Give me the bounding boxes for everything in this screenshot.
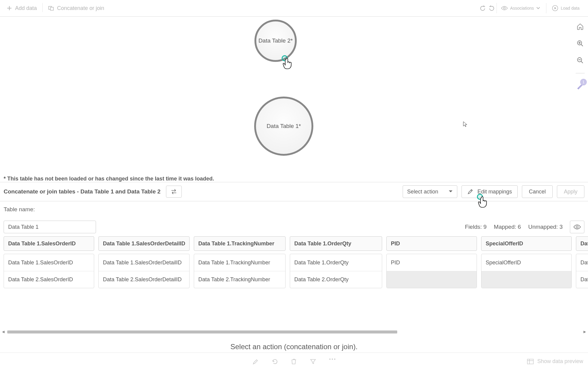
- apply-button[interactable]: Apply: [557, 185, 584, 198]
- redo-icon[interactable]: [488, 5, 495, 11]
- column-header[interactable]: PID: [386, 236, 477, 251]
- bubble-label: Data Table 2*: [258, 37, 293, 44]
- column-header[interactable]: Data Table 1.SalesOrderID: [4, 236, 94, 251]
- pencil-icon: [467, 189, 473, 195]
- canvas-footnote: * This table has not been loaded or has …: [4, 176, 214, 182]
- mapping-column: Data Table 1.SalesOrderIDData Table 1.Sa…: [4, 236, 94, 288]
- bottom-toolbar: Show data preview: [0, 352, 588, 370]
- mapping-column: Data TaData TaData Ta: [576, 236, 588, 288]
- instruction-text: Select an action (concatenation or join)…: [0, 343, 588, 351]
- mapping-row[interactable]: SpecialOfferID: [481, 254, 571, 271]
- load-data-label: Load data: [561, 6, 580, 11]
- column-header[interactable]: SpecialOfferID: [481, 236, 572, 251]
- association-canvas[interactable]: Data Table 2* Data Table 1* * This table…: [0, 17, 588, 167]
- action-bar: Concatenate or join tables - Data Table …: [0, 182, 588, 201]
- top-toolbar: Add data Concatenate or join Association…: [0, 0, 588, 17]
- scrollbar-thumb[interactable]: [7, 330, 397, 333]
- mapping-column: Data Table 1.OrderQtyData Table 1.OrderQ…: [290, 236, 382, 288]
- more-icon[interactable]: [329, 358, 336, 365]
- associations-label: Associations: [510, 6, 534, 11]
- column-header[interactable]: Data Table 1.OrderQty: [290, 236, 382, 251]
- toggle-fields-visibility-button[interactable]: [570, 221, 584, 233]
- field-stats: Fields: 9 Mapped: 6 Unmapped: 3: [465, 221, 584, 233]
- load-data-button[interactable]: Load data: [546, 3, 585, 13]
- play-circle-icon: [552, 5, 558, 11]
- concatenate-join-button[interactable]: Concatenate or join: [45, 3, 107, 13]
- zoom-out-icon[interactable]: [575, 55, 586, 66]
- column-header[interactable]: Data Ta: [576, 236, 588, 251]
- select-action-dropdown[interactable]: Select action: [403, 185, 457, 198]
- recommendations-icon[interactable]: 1: [575, 81, 586, 91]
- scroll-right-arrow-icon[interactable]: ►: [583, 329, 587, 334]
- table-name-input[interactable]: [4, 221, 96, 233]
- svg-point-9: [334, 359, 335, 360]
- mapping-row[interactable]: Data Table 1.TrackingNumber: [194, 254, 285, 271]
- cancel-button[interactable]: Cancel: [522, 185, 553, 198]
- column-body: SpecialOfferID: [481, 254, 572, 288]
- mapping-row[interactable]: Data Table 2.OrderQty: [290, 271, 382, 288]
- scroll-left-arrow-icon[interactable]: ◄: [1, 329, 5, 334]
- svg-point-2: [503, 7, 505, 9]
- eye-icon: [501, 5, 508, 11]
- home-icon[interactable]: [575, 21, 586, 32]
- action-title: Concatenate or join tables - Data Table …: [4, 188, 161, 195]
- column-body: Data TaData Ta: [576, 254, 588, 288]
- column-header[interactable]: Data Table 1.SalesOrderDetailID: [98, 236, 190, 251]
- mapping-column: Data Table 1.TrackingNumberData Table 1.…: [194, 236, 286, 288]
- column-header[interactable]: Data Table 1.TrackingNumber: [194, 236, 286, 251]
- tables-icon: [48, 5, 55, 11]
- table-name-row: Table name: Fields: 9 Mapped: 6 Unmapped…: [0, 201, 588, 233]
- edit-mappings-button[interactable]: Edit mappings: [462, 185, 518, 198]
- show-data-preview-label: Show data preview: [537, 358, 583, 365]
- mapping-row[interactable]: Data Ta: [576, 254, 588, 271]
- swap-tables-button[interactable]: [166, 186, 182, 198]
- plus-icon: [6, 5, 13, 11]
- table-name-label: Table name:: [4, 206, 35, 213]
- canvas-right-toolbar: 1: [575, 21, 586, 91]
- concatenate-join-label: Concatenate or join: [57, 5, 104, 11]
- mapping-grid: Data Table 1.SalesOrderIDData Table 1.Sa…: [0, 233, 588, 288]
- associations-button[interactable]: Associations: [497, 3, 544, 13]
- edit-icon[interactable]: [252, 358, 259, 365]
- show-data-preview-button[interactable]: Show data preview: [527, 358, 583, 365]
- trash-icon[interactable]: [291, 358, 297, 365]
- unmapped-count: Unmapped: 3: [528, 224, 563, 230]
- mapping-row[interactable]: Data Table 1.SalesOrderDetailID: [99, 254, 189, 271]
- mapping-row[interactable]: [387, 271, 477, 288]
- refresh-icon[interactable]: [272, 358, 278, 365]
- touch-cursor-indicator: [280, 55, 291, 65]
- mapping-row[interactable]: Data Table 1.OrderQty: [290, 254, 382, 271]
- mapping-row[interactable]: Data Table 2.SalesOrderID: [4, 271, 94, 288]
- mapping-column: SpecialOfferIDSpecialOfferID: [481, 236, 572, 288]
- mapping-column: Data Table 1.SalesOrderDetailIDData Tabl…: [98, 236, 190, 288]
- table-bubble-data-table-1[interactable]: Data Table 1*: [254, 97, 313, 156]
- mapping-column: PIDPID: [386, 236, 477, 288]
- column-body: Data Table 1.OrderQtyData Table 2.OrderQ…: [290, 254, 382, 288]
- add-data-label: Add data: [15, 5, 37, 11]
- zoom-in-icon[interactable]: [575, 38, 586, 49]
- svg-rect-1: [50, 7, 53, 10]
- column-body: PID: [386, 254, 477, 288]
- mapping-row[interactable]: Data Table 1.SalesOrderID: [4, 254, 94, 271]
- apply-label: Apply: [564, 189, 577, 195]
- mapping-row[interactable]: PID: [387, 254, 477, 271]
- mapping-row[interactable]: Data Table 2.SalesOrderDetailID: [99, 271, 189, 288]
- column-body: Data Table 1.SalesOrderIDData Table 2.Sa…: [4, 254, 94, 288]
- add-data-button[interactable]: Add data: [3, 3, 40, 13]
- mapping-row[interactable]: [481, 271, 571, 288]
- cancel-label: Cancel: [529, 189, 546, 195]
- mapped-count: Mapped: 6: [494, 224, 521, 230]
- touch-cursor-indicator: [476, 193, 487, 204]
- select-action-label: Select action: [407, 189, 438, 195]
- fields-count: Fields: 9: [465, 224, 487, 230]
- svg-rect-10: [527, 359, 533, 364]
- undo-icon[interactable]: [480, 5, 486, 11]
- svg-point-8: [332, 359, 333, 360]
- mapping-row[interactable]: Data Ta: [576, 271, 588, 288]
- column-body: Data Table 1.TrackingNumberData Table 2.…: [194, 254, 286, 288]
- mapping-row[interactable]: Data Table 2.TrackingNumber: [194, 271, 285, 288]
- bubble-label: Data Table 1*: [267, 123, 301, 129]
- filter-icon[interactable]: [310, 358, 316, 365]
- svg-point-7: [329, 359, 331, 360]
- mapping-horizontal-scrollbar[interactable]: ◄ ►: [4, 330, 584, 334]
